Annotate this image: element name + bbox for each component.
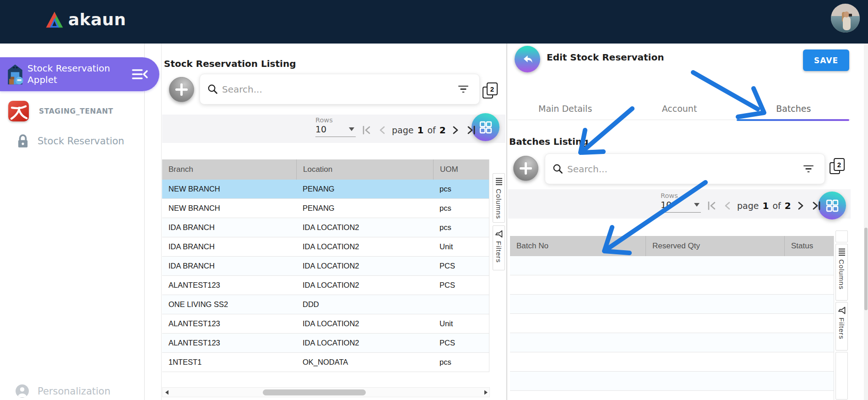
tab-account[interactable]: Account xyxy=(622,97,736,120)
window-copies-icon[interactable]: 2 xyxy=(830,158,845,175)
brand-logo: akaun xyxy=(45,10,126,29)
column-header[interactable]: Reserved Qty xyxy=(646,236,784,256)
listing-title: Stock Reservation Listing xyxy=(164,58,296,69)
filters-side-tab[interactable]: Filters xyxy=(835,302,848,351)
column-header[interactable]: Location xyxy=(296,159,433,180)
column-header[interactable]: Branch xyxy=(162,159,296,180)
personalization-label: Personalization xyxy=(38,386,110,397)
table-row[interactable]: ONE LIVING SS2DDD xyxy=(162,295,489,314)
filters-funnel-icon xyxy=(495,230,503,238)
table-row[interactable]: NEW BRANCHPENANGpcs xyxy=(162,180,489,199)
save-button[interactable]: SAVE xyxy=(803,49,849,71)
filter-lines-icon[interactable] xyxy=(803,165,814,173)
batches-search-input[interactable] xyxy=(567,164,803,175)
sidebar-item-personalization[interactable]: Personalization xyxy=(0,384,110,398)
topbar: akaun xyxy=(0,0,868,44)
table-row[interactable] xyxy=(510,314,834,333)
first-page-icon[interactable] xyxy=(707,201,718,211)
table-row[interactable] xyxy=(510,275,834,295)
back-button[interactable] xyxy=(515,46,540,72)
table-cell: IDA BRANCH xyxy=(162,262,296,270)
table-cell: 1NTEST1 xyxy=(162,358,296,367)
columns-side-tab[interactable]: Columns xyxy=(493,173,505,223)
rows-value: 10 xyxy=(315,124,326,134)
sidebar-item-stock-reservation-applet[interactable]: Stock Reservation Applet xyxy=(0,57,159,91)
table-row[interactable] xyxy=(510,352,834,372)
add-record-button[interactable] xyxy=(169,77,194,102)
scroll-right-icon[interactable] xyxy=(484,390,488,395)
last-page-icon[interactable] xyxy=(465,125,476,135)
batches-search-bar xyxy=(545,153,825,184)
column-header[interactable]: Status xyxy=(784,236,834,256)
table-row[interactable]: ALANTEST123IDA LOCATION2Unit xyxy=(162,314,489,334)
table-row[interactable] xyxy=(510,333,834,352)
lock-icon xyxy=(17,134,29,148)
columns-side-tab[interactable]: Columns xyxy=(835,244,848,301)
tenant-icon xyxy=(8,101,29,121)
table-cell: IDA LOCATION2 xyxy=(296,281,433,290)
table-row[interactable]: IDA BRANCHIDA LOCATION2pcs xyxy=(162,218,489,237)
sidebar: Stock Reservation Applet STAGING_TENANT xyxy=(0,44,145,400)
detail-title: Edit Stock Reservation xyxy=(547,52,664,63)
scrollbar-thumb[interactable] xyxy=(263,389,366,395)
table-row[interactable] xyxy=(510,372,834,391)
table-row[interactable] xyxy=(510,391,834,400)
last-page-icon[interactable] xyxy=(810,201,821,211)
batches-table: Batch NoReserved QtyStatus xyxy=(510,236,834,400)
rows-per-page-select[interactable]: Rows 10 xyxy=(661,192,701,213)
table-cell: Unit xyxy=(433,242,489,251)
rows-per-page-select[interactable]: Rows 10 xyxy=(315,116,356,137)
table-row[interactable]: IDA BRANCHIDA LOCATION2Unit xyxy=(162,237,489,257)
table-cell: IDA LOCATION2 xyxy=(296,223,433,232)
previous-page-icon[interactable] xyxy=(723,201,732,211)
next-page-icon[interactable] xyxy=(451,125,460,135)
user-avatar[interactable] xyxy=(831,4,860,33)
app-window: akaun Stock Reservation Applet xyxy=(0,0,868,400)
table-cell: PENANG xyxy=(296,185,433,193)
horizontal-scrollbar[interactable] xyxy=(162,387,490,397)
grid-icon xyxy=(479,121,492,134)
table-cell: ALANTEST123 xyxy=(162,319,296,328)
table-row[interactable]: 1NTEST1OK_NODATApcs xyxy=(162,353,489,372)
scrollbar-thumb[interactable] xyxy=(864,228,868,310)
akaun-triangle-logo-icon xyxy=(45,11,64,29)
table-body xyxy=(510,256,834,400)
table-row[interactable]: ALANTEST123IDA LOCATION2PCS xyxy=(162,334,489,353)
page-indicator: page1 of2 xyxy=(737,200,791,211)
side-tab-spacer xyxy=(835,230,848,242)
scroll-left-icon[interactable] xyxy=(165,390,169,395)
sidebar-item-stock-reservation[interactable]: Stock Reservation xyxy=(0,134,124,148)
column-header[interactable]: Batch No xyxy=(510,236,646,256)
table-header-row: Batch NoReserved QtyStatus xyxy=(510,236,834,256)
copies-count: 2 xyxy=(487,82,498,95)
previous-page-icon[interactable] xyxy=(378,125,386,135)
table-row[interactable]: IDA BRANCHIDA LOCATION2PCS xyxy=(162,257,489,276)
table-row[interactable] xyxy=(510,295,834,314)
columns-tab-label: Columns xyxy=(838,259,846,290)
filter-lines-icon[interactable] xyxy=(458,86,468,93)
filters-side-tab[interactable]: Filters xyxy=(493,225,505,270)
listing-search-input[interactable] xyxy=(222,84,458,95)
tab-batches[interactable]: Batches xyxy=(737,97,851,120)
person-icon xyxy=(15,384,29,398)
table-row[interactable] xyxy=(510,256,834,275)
stock-reservation-table: BranchLocationUOM NEW BRANCHPENANGpcsNEW… xyxy=(162,159,489,372)
first-page-icon[interactable] xyxy=(362,125,373,135)
rows-value: 10 xyxy=(661,200,672,210)
rows-label: Rows xyxy=(661,192,701,199)
table-row[interactable]: NEW BRANCHPENANGpcs xyxy=(162,199,489,218)
next-page-icon[interactable] xyxy=(797,201,805,211)
collapse-menu-icon[interactable] xyxy=(132,69,148,80)
sidebar-item-tenant[interactable]: STAGING_TENANT xyxy=(0,101,114,121)
tab-main-details[interactable]: Main Details xyxy=(508,97,622,120)
table-row[interactable]: ALANTEST123IDA LOCATION2PCS xyxy=(162,276,489,295)
detail-tabs: Main DetailsAccountBatches xyxy=(508,97,851,120)
table-cell: IDA LOCATION2 xyxy=(296,242,433,251)
column-header[interactable]: UOM xyxy=(433,159,489,180)
grid-view-button[interactable] xyxy=(818,192,846,219)
vertical-scrollbar[interactable] xyxy=(864,44,868,400)
window-copies-icon[interactable]: 2 xyxy=(483,82,498,99)
search-icon xyxy=(207,84,218,95)
table-cell: PCS xyxy=(433,339,489,347)
add-batch-button[interactable] xyxy=(513,156,538,181)
